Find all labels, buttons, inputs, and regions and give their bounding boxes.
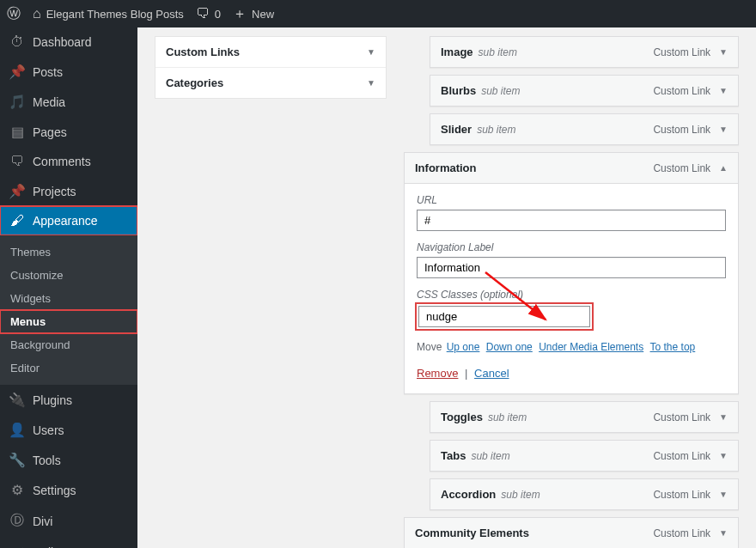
submenu-widgets[interactable]: Widgets xyxy=(0,287,137,310)
sidebar-item-plugins[interactable]: 🔌Plugins xyxy=(0,385,137,415)
comments-icon: 🗨 xyxy=(9,154,26,169)
accordion-custom-links[interactable]: Custom Links▼ xyxy=(155,37,386,68)
sidebar-item-divi[interactable]: ⒹDivi xyxy=(0,505,137,537)
menu-item-handle[interactable]: Image sub item Custom Link ▼ xyxy=(430,37,738,67)
accordion-categories[interactable]: Categories▼ xyxy=(155,68,386,98)
chevron-down-icon: ▼ xyxy=(719,412,728,422)
chevron-down-icon: ▼ xyxy=(367,78,375,88)
chevron-down-icon: ▼ xyxy=(719,125,728,134)
wrench-icon: 🔧 xyxy=(9,452,26,468)
sidebar-item-dashboard[interactable]: ⏱Dashboard xyxy=(0,27,137,57)
sidebar-item-tools[interactable]: 🔧Tools xyxy=(0,445,137,475)
move-under-link[interactable]: Under Media Elements xyxy=(539,341,643,353)
menu-item: Community Elements Custom Link ▼ xyxy=(404,517,739,548)
appearance-submenu: Themes Customize Widgets Menus Backgroun… xyxy=(0,235,137,385)
submenu-background[interactable]: Background xyxy=(0,333,137,356)
menu-item: Tabs sub item Custom Link ▼ xyxy=(430,440,739,472)
css-classes-input[interactable] xyxy=(418,306,590,327)
nav-label: Navigation Label xyxy=(417,241,726,253)
sidebar-collapse[interactable]: ◀Collapse menu xyxy=(0,537,137,548)
chevron-down-icon: ▼ xyxy=(719,86,728,95)
move-down-link[interactable]: Down one xyxy=(486,341,533,353)
remove-cancel-row: Remove | Cancel xyxy=(417,367,726,380)
chevron-down-icon: ▼ xyxy=(719,451,728,460)
new-label: New xyxy=(252,8,274,21)
admin-sidebar: ⏱Dashboard 📌Posts 🎵Media ▤Pages 🗨Comment… xyxy=(0,27,137,548)
user-icon: 👤 xyxy=(9,422,26,438)
move-up-link[interactable]: Up one xyxy=(447,341,480,353)
move-top-link[interactable]: To the top xyxy=(650,341,696,353)
url-input[interactable] xyxy=(417,210,726,231)
sidebar-item-posts[interactable]: 📌Posts xyxy=(0,57,137,87)
menu-item-handle[interactable]: Community Elements Custom Link ▼ xyxy=(405,518,738,548)
menu-item-handle[interactable]: Accordion sub item Custom Link ▼ xyxy=(430,479,738,509)
sidebar-item-appearance[interactable]: 🖌Appearance xyxy=(0,206,137,235)
pin-icon: 📌 xyxy=(9,183,26,199)
menu-item-handle[interactable]: Slider sub item Custom Link ▼ xyxy=(430,114,738,144)
site-home-link[interactable]: ⌂Elegant Themes Blog Posts xyxy=(33,7,184,21)
media-icon: 🎵 xyxy=(9,94,26,110)
pages-icon: ▤ xyxy=(9,124,26,140)
comments-count: 0 xyxy=(215,8,221,21)
move-links: Move Up one Down one Under Media Element… xyxy=(417,341,726,353)
menu-item-handle[interactable]: Toggles sub item Custom Link ▼ xyxy=(430,402,738,432)
admin-toolbar: ⓦ ⌂Elegant Themes Blog Posts 🗨0 ＋New xyxy=(0,0,756,27)
css-classes-label: CSS Classes (optional) xyxy=(417,289,726,301)
sidebar-item-projects[interactable]: 📌Projects xyxy=(0,176,137,206)
content-area: Custom Links▼ Categories▼ Image sub item… xyxy=(137,27,756,548)
menu-item-handle[interactable]: Information Custom Link ▲ xyxy=(405,153,738,183)
url-label: URL xyxy=(417,194,726,206)
home-icon: ⌂ xyxy=(33,7,41,21)
sidebar-item-pages[interactable]: ▤Pages xyxy=(0,117,137,147)
menu-item-handle[interactable]: Blurbs sub item Custom Link ▼ xyxy=(430,76,738,106)
chevron-down-icon: ▼ xyxy=(367,47,375,57)
plug-icon: 🔌 xyxy=(9,392,26,408)
menu-item: Accordion sub item Custom Link ▼ xyxy=(430,478,739,510)
highlight-annotation xyxy=(417,304,592,329)
new-content-link[interactable]: ＋New xyxy=(233,7,274,21)
plus-icon: ＋ xyxy=(233,7,247,21)
remove-link[interactable]: Remove xyxy=(417,367,458,380)
collapse-icon: ◀ xyxy=(9,544,26,548)
nav-label-input[interactable] xyxy=(417,257,726,278)
cancel-link[interactable]: Cancel xyxy=(474,367,509,380)
pin-icon: 📌 xyxy=(9,64,26,80)
menu-item: Blurbs sub item Custom Link ▼ xyxy=(430,75,739,107)
divi-icon: Ⓓ xyxy=(9,512,26,530)
menu-item: Image sub item Custom Link ▼ xyxy=(430,36,739,68)
submenu-menus[interactable]: Menus xyxy=(0,310,137,333)
menu-item-open: Information Custom Link ▲ URL Navigation… xyxy=(404,152,739,394)
submenu-themes[interactable]: Themes xyxy=(0,241,137,264)
chevron-down-icon: ▼ xyxy=(719,528,728,538)
comment-icon: 🗨 xyxy=(196,7,210,21)
sidebar-item-comments[interactable]: 🗨Comments xyxy=(0,147,137,176)
site-title: Elegant Themes Blog Posts xyxy=(46,8,184,21)
chevron-down-icon: ▼ xyxy=(719,490,728,499)
chevron-up-icon: ▲ xyxy=(719,163,728,173)
menu-item: Slider sub item Custom Link ▼ xyxy=(430,113,739,145)
chevron-down-icon: ▼ xyxy=(719,47,728,57)
add-items-column: Custom Links▼ Categories▼ xyxy=(155,36,387,531)
sidebar-item-settings[interactable]: ⚙Settings xyxy=(0,475,137,505)
dashboard-icon: ⏱ xyxy=(9,34,26,50)
brush-icon: 🖌 xyxy=(9,213,26,228)
submenu-editor[interactable]: Editor xyxy=(0,356,137,380)
submenu-customize[interactable]: Customize xyxy=(0,264,137,287)
sidebar-item-media[interactable]: 🎵Media xyxy=(0,87,137,117)
menu-item: Toggles sub item Custom Link ▼ xyxy=(430,401,739,433)
menu-item-handle[interactable]: Tabs sub item Custom Link ▼ xyxy=(430,441,738,471)
wp-logo[interactable]: ⓦ xyxy=(7,7,21,21)
sliders-icon: ⚙ xyxy=(9,482,26,498)
menu-structure-column: Image sub item Custom Link ▼ Blurbs sub … xyxy=(404,36,739,531)
comments-link[interactable]: 🗨0 xyxy=(196,7,221,21)
menu-item-settings: URL Navigation Label CSS Classes (option… xyxy=(405,183,738,393)
add-items-accordion: Custom Links▼ Categories▼ xyxy=(155,36,387,99)
sidebar-item-users[interactable]: 👤Users xyxy=(0,415,137,445)
